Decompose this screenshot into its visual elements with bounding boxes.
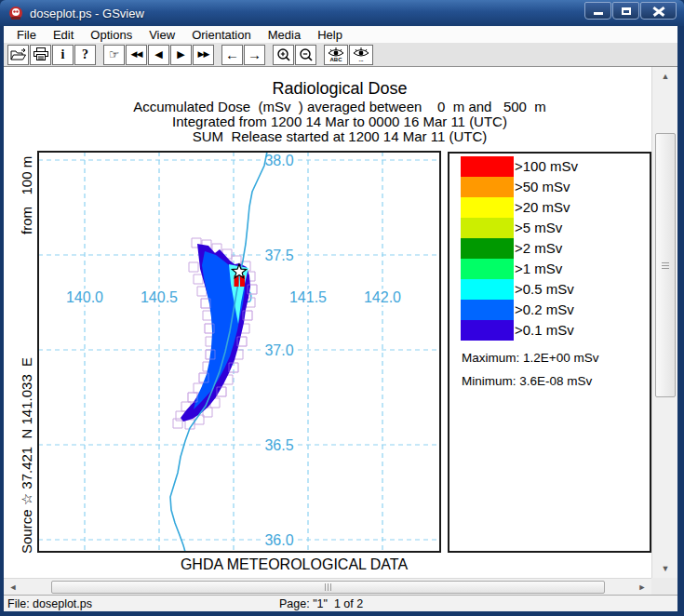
next-page-button[interactable]: ▶ — [170, 45, 192, 65]
abc-label: ABC — [330, 57, 342, 62]
scroll-down-button[interactable]: ▼ — [652, 559, 678, 578]
legend-label: >5 mSv — [515, 218, 562, 238]
vertical-scroll-thumb[interactable] — [655, 133, 676, 397]
status-bar: File: doseplot.ps Page: "1" 1 of 2 — [4, 595, 677, 611]
menu-options[interactable]: Options — [82, 28, 141, 42]
tool-bar: i ? ☞ ◀◀ ◀ ▶ ▶▶ ← → — [4, 43, 677, 67]
minimize-icon — [594, 12, 603, 15]
open-button[interactable] — [7, 45, 29, 65]
legend-swatch — [461, 320, 514, 341]
pointing-hand-icon: ☞ — [109, 48, 120, 60]
last-page-button[interactable]: ▶▶ — [193, 45, 214, 65]
zoom-out-icon — [299, 47, 314, 62]
legend-row: >0.5 mSv — [461, 279, 647, 300]
legend-swatch — [461, 177, 514, 197]
forward-button[interactable]: → — [244, 45, 265, 65]
info-icon: i — [61, 48, 65, 61]
lon-tick: 142.0 — [364, 289, 401, 305]
legend-swatch — [461, 238, 514, 259]
lat-tick: 37.0 — [264, 342, 293, 358]
app-icon — [7, 6, 24, 20]
back-button[interactable]: ← — [221, 45, 243, 65]
goto-page-button[interactable]: ☞ — [103, 45, 125, 65]
legend-swatch — [461, 156, 514, 177]
legend-row: >5 mSv — [461, 218, 647, 238]
prev-page-button[interactable]: ◀ — [148, 45, 169, 65]
status-file-name: File: doseplot.ps — [7, 596, 92, 611]
lat-tick: 38.0 — [264, 153, 293, 168]
graticule — [38, 152, 440, 552]
status-page-indicator: Page: "1" 1 of 2 — [279, 596, 363, 611]
scroll-right-button[interactable]: ► — [633, 579, 651, 596]
options-eye-button[interactable]: ... — [349, 45, 373, 65]
legend-row: >20 mSv — [461, 197, 647, 218]
menu-view[interactable]: View — [141, 28, 183, 42]
menu-media[interactable]: Media — [260, 28, 309, 42]
menu-orientation[interactable]: Orientation — [183, 28, 260, 42]
legend-minimum: Minimum: 3.6E-08 mSv — [462, 374, 592, 388]
horizontal-scroll-thumb[interactable] — [51, 581, 605, 594]
last-page-icon: ▶▶ — [198, 50, 209, 59]
forward-arrow-icon: → — [248, 47, 262, 61]
legend-maximum: Maximum: 1.2E+00 mSv — [462, 351, 598, 365]
maximize-button[interactable] — [612, 2, 639, 20]
legend-label: >0.2 mSv — [515, 300, 574, 320]
open-folder-icon — [10, 48, 26, 61]
zoom-in-icon — [276, 47, 291, 62]
menu-edit[interactable]: Edit — [45, 28, 82, 42]
legend-label: >1 mSv — [515, 259, 562, 279]
maximize-icon — [622, 7, 631, 15]
menu-file[interactable]: File — [8, 28, 45, 42]
lon-tick: 140.5 — [141, 289, 178, 305]
legend-label: >2 mSv — [515, 238, 562, 259]
legend-label: >0.1 mSv — [515, 320, 574, 341]
title-bar[interactable]: doseplot.ps - GSview — [0, 0, 684, 26]
horizontal-scrollbar[interactable]: ◄ ► — [4, 578, 651, 595]
legend-swatch — [461, 259, 514, 279]
vertical-scrollbar[interactable]: ▲ ▼ — [651, 67, 677, 578]
legend-row: >50 mSv — [461, 177, 647, 197]
zoom-out-button[interactable] — [295, 45, 316, 65]
legend-row: >0.2 mSv — [461, 300, 647, 320]
back-arrow-icon: ← — [225, 47, 239, 61]
zoom-in-button[interactable] — [273, 45, 294, 65]
window-controls — [583, 2, 677, 20]
info-button[interactable]: i — [52, 45, 74, 65]
scroll-left-button[interactable]: ◄ — [4, 579, 22, 596]
legend-row: >0.1 mSv — [461, 320, 647, 341]
menu-bar: File Edit Options View Orientation Media… — [4, 26, 677, 43]
text-search-button[interactable]: ABC — [324, 45, 348, 65]
lat-tick: 36.0 — [264, 532, 293, 548]
help-button[interactable]: ? — [74, 45, 96, 65]
print-button[interactable] — [30, 45, 51, 65]
legend-label: >100 mSv — [515, 156, 578, 177]
dots-label: ... — [358, 57, 363, 62]
thumb-grip — [662, 265, 669, 266]
next-page-icon: ▶ — [177, 49, 184, 60]
lon-tick: 141.5 — [289, 289, 327, 305]
help-icon: ? — [82, 48, 88, 61]
legend-box: >100 mSv >50 mSv >20 mSv >5 mSv >2 mSv >… — [448, 152, 651, 553]
legend-swatch — [461, 279, 514, 300]
minimize-button[interactable] — [584, 2, 611, 20]
legend-label: >20 mSv — [515, 197, 570, 218]
lat-tick: 37.5 — [264, 248, 293, 263]
legend-row: >1 mSv — [461, 259, 647, 279]
close-icon — [653, 7, 664, 16]
lat-tick: 36.5 — [264, 437, 293, 453]
first-page-icon: ◀◀ — [131, 50, 142, 59]
legend-row: >2 mSv — [461, 238, 647, 259]
printer-icon — [34, 47, 48, 61]
legend-row: >100 mSv — [461, 156, 647, 177]
close-button[interactable] — [640, 2, 677, 20]
map-frame — [38, 152, 440, 552]
window-title: doseplot.ps - GSview — [30, 7, 144, 20]
scrollbar-corner — [651, 578, 677, 595]
first-page-button[interactable]: ◀◀ — [126, 45, 147, 65]
legend-label: >0.5 mSv — [515, 279, 574, 300]
scroll-up-button[interactable]: ▲ — [652, 67, 678, 86]
legend-swatch — [461, 218, 514, 238]
menu-help[interactable]: Help — [309, 28, 351, 42]
prev-page-icon: ◀ — [154, 49, 162, 60]
lon-tick: 140.0 — [66, 289, 103, 305]
